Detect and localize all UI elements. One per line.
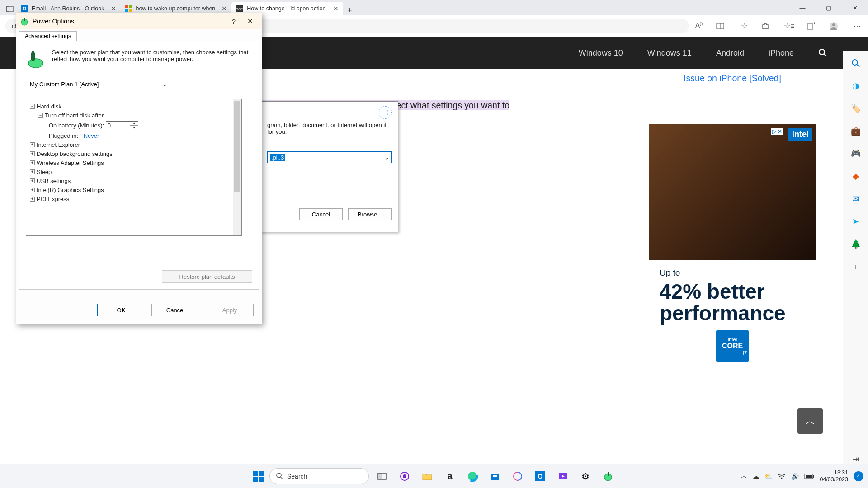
tree-desktop-bg[interactable]: +Desktop background settings [30,149,238,158]
run-open-field[interactable]: .pl,,3 ⌄ [267,151,392,163]
collapse-icon[interactable]: − [38,113,43,118]
run-cancel-button[interactable]: Cancel [299,208,343,220]
collapse-icon[interactable]: − [30,104,35,109]
expand-icon[interactable]: + [30,151,35,156]
window-close-button[interactable]: ✕ [842,0,868,15]
new-tab-button[interactable]: + [343,6,357,15]
tree-pci[interactable]: +PCI Express [30,194,238,203]
run-browse-button[interactable]: Browse... [348,208,392,220]
sidebar-tools-icon[interactable]: 💼 [849,125,862,137]
tab-close-icon[interactable]: ✕ [333,5,339,12]
tab-close-icon[interactable]: ✕ [111,5,116,12]
collections-icon[interactable]: + [807,22,817,30]
task-view-icon[interactable] [373,467,392,486]
tab-close-icon[interactable]: ✕ [222,5,227,12]
sidebar-office-icon[interactable]: ◆ [849,170,862,183]
power-plan-select[interactable]: My Custom Plan 1 [Active] ⌄ [26,78,170,90]
cancel-button[interactable]: Cancel [151,304,199,316]
taskbar-clock[interactable]: 13:31 04/03/2023 [820,469,848,483]
dialog-close-button[interactable]: ✕ [242,14,258,28]
sidebar-send-icon[interactable]: ➤ [849,215,862,228]
tray-onedrive-icon[interactable]: ☁ [753,473,759,480]
tab-advanced-settings[interactable]: Advanced settings [19,31,77,41]
chevron-down-icon[interactable]: ⌄ [162,81,167,88]
settings-tree[interactable]: −Hard disk −Turn off hard disk after On … [26,99,242,236]
nav-item-android[interactable]: Android [716,48,744,58]
dialog-titlebar[interactable]: Power Options ? ✕ [16,13,262,29]
taskbar-clipchamp-icon[interactable] [553,467,572,486]
expand-icon[interactable]: + [30,160,35,165]
help-button[interactable]: ? [226,14,242,28]
profile-icon[interactable] [829,22,840,31]
tree-scroll-thumb[interactable] [234,101,240,192]
tab-title: How to change 'Lid open action' [247,5,326,12]
nav-item-iphone[interactable]: iPhone [769,48,794,58]
tree-usb[interactable]: +USB settings [30,176,238,185]
tree-turn-off-hdd[interactable]: −Turn off hard disk after [30,111,238,120]
nav-item-win11[interactable]: Windows 11 [647,48,692,58]
ok-button[interactable]: OK [97,304,145,316]
taskbar-store-icon[interactable] [486,467,505,486]
tree-intel-gfx[interactable]: +Intel(R) Graphics Settings [30,185,238,194]
read-aloud-icon[interactable]: A)) [693,22,704,30]
taskbar-chat-icon[interactable] [395,467,414,486]
tree-on-battery[interactable]: On battery (Minutes): ▲▼ [30,120,238,131]
nav-item-win10[interactable]: Windows 10 [579,48,623,58]
taskbar-explorer-icon[interactable] [418,467,437,486]
taskbar-amazon-icon[interactable]: a [440,467,459,486]
tree-ie[interactable]: +Internet Explorer [30,140,238,149]
expand-icon[interactable]: + [30,197,35,202]
spin-up-icon[interactable]: ▲ [130,122,138,126]
sidebar-shopping-icon[interactable]: 🏷️ [849,102,862,115]
favorites-icon[interactable]: ☆≡ [784,22,795,30]
window-minimize-button[interactable]: — [789,0,816,15]
taskbar-edge-icon[interactable] [463,467,482,486]
tree-scrollbar[interactable] [233,99,241,235]
sidebar-tree-icon[interactable]: 🌲 [849,238,862,250]
translate-icon[interactable] [716,22,727,30]
scroll-to-top-button[interactable]: ︿ [797,408,823,434]
sidebar-outlook-icon[interactable]: ✉ [849,192,862,205]
tree-wireless[interactable]: +Wireless Adapter Settings [30,158,238,167]
expand-icon[interactable]: + [30,188,35,192]
sidebar-bing-icon[interactable]: ◑ [849,80,862,92]
spin-down-icon[interactable]: ▼ [130,126,138,130]
add-favorite-icon[interactable]: ☆ [739,22,750,30]
tab-actions-icon[interactable] [4,3,16,15]
apply-button[interactable]: Apply [206,304,254,316]
more-icon[interactable]: ⋯ [852,22,863,30]
tree-sleep[interactable]: +Sleep [30,167,238,176]
chevron-down-icon[interactable]: ⌄ [384,154,389,161]
sidebar-search-icon[interactable] [849,57,862,70]
expand-icon[interactable]: + [30,169,35,174]
taskbar-search[interactable]: Search [269,468,369,484]
expand-icon[interactable]: + [30,142,35,147]
restore-defaults-button[interactable]: Restore plan defaults [162,270,252,283]
start-button[interactable] [250,469,266,484]
sidebar-games-icon[interactable]: 🎮 [849,147,862,160]
notifications-badge[interactable]: 4 [854,471,863,481]
tray-wifi-icon[interactable] [778,473,786,479]
minutes-input[interactable] [106,121,130,130]
expand-icon[interactable]: + [30,178,35,183]
sidebar-ad[interactable]: ▷ ✕ intel Up to 42% better performance i… [649,124,816,371]
plugged-value[interactable]: Never [84,132,99,139]
tray-volume-icon[interactable]: 🔊 [791,473,799,480]
window-maximize-button[interactable]: ▢ [816,0,842,15]
tray-overflow-icon[interactable]: ︿ [741,472,747,480]
taskbar-copilot-icon[interactable] [508,467,527,486]
taskbar-power-options-icon[interactable] [599,467,618,486]
related-link[interactable]: Issue on iPhone [Solved] [646,73,818,84]
taskbar-settings-icon[interactable]: ⚙ [576,467,595,486]
adchoices-icon[interactable]: ▷ ✕ [771,128,783,135]
site-search-icon[interactable] [818,48,827,57]
minutes-spinner[interactable]: ▲▼ [106,121,138,130]
sidebar-add-icon[interactable]: ＋ [849,260,862,273]
tree-hard-disk[interactable]: −Hard disk [30,102,238,111]
taskbar-outlook-icon[interactable]: O [531,467,550,486]
tree-plugged-in[interactable]: Plugged in: Never [30,131,238,140]
tray-weather-icon[interactable]: ⛅ [764,473,772,480]
tray-battery-icon[interactable] [804,474,814,479]
screen-snip-icon[interactable]: ⛶ [379,106,392,119]
extensions-icon[interactable] [761,22,772,30]
